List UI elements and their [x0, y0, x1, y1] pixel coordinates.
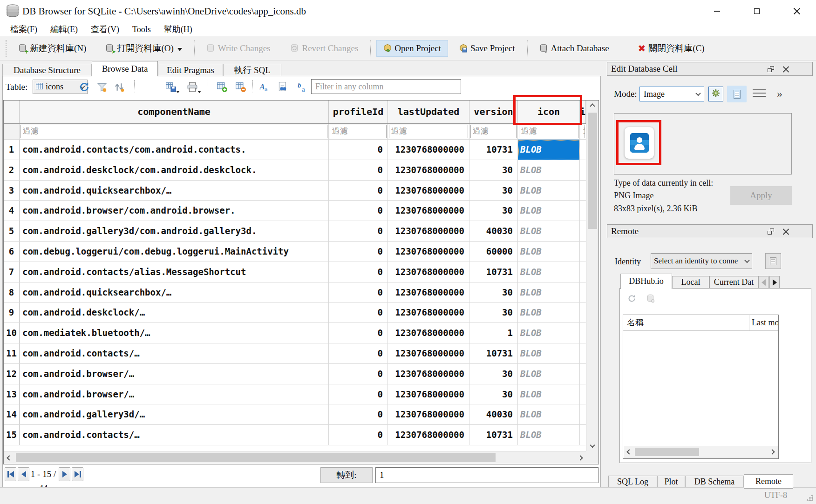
cell-lastUpdated[interactable]: 1230768000000	[388, 181, 469, 201]
filter-icon[interactable]: 過濾	[519, 125, 578, 138]
cell-lastUpdated[interactable]: 1230768000000	[388, 282, 469, 302]
remote-list-header-last-modified[interactable]: Last mo	[749, 315, 778, 330]
close-button[interactable]	[783, 0, 810, 22]
cell-profileId[interactable]: 0	[329, 323, 388, 343]
cell-icon-blob[interactable]: BLOB	[518, 242, 580, 262]
cell-icon-blob[interactable]: BLOB	[518, 343, 580, 363]
cell-profileId[interactable]: 0	[329, 242, 388, 262]
cell-lastUpdated[interactable]: 1230768000000	[388, 242, 469, 262]
scroll-right-icon[interactable]	[767, 446, 778, 457]
remote-tab-current-database[interactable]: Current Dat	[709, 276, 758, 289]
cell-profileId[interactable]: 0	[329, 160, 388, 180]
cell-componentName[interactable]: com.debug.loggerui/com.debug.loggerui.Ma…	[20, 242, 329, 262]
cell-icon-blob[interactable]: BLOB	[518, 181, 580, 201]
cell-version[interactable]: 30	[469, 384, 518, 404]
tab-database-structure[interactable]: Database Structure	[2, 64, 92, 76]
row-number[interactable]: 4	[4, 201, 20, 221]
cell-profileId[interactable]: 0	[329, 201, 388, 221]
row-number[interactable]: 6	[4, 242, 20, 262]
minimize-button[interactable]	[703, 0, 730, 22]
row-number[interactable]: 1	[4, 140, 20, 160]
cell-profileId[interactable]: 0	[329, 262, 388, 282]
cell-version[interactable]: 1	[469, 323, 518, 343]
dock-close-icon[interactable]	[782, 228, 789, 235]
dock-float-icon[interactable]	[768, 228, 774, 235]
cell-lastUpdated[interactable]: 1230768000000	[388, 201, 469, 221]
remote-scrollbar-thumb[interactable]	[635, 448, 699, 456]
save-table-dropdown-icon[interactable]	[176, 91, 180, 95]
open-database-button[interactable]: ➤ 打開資料庫(O)	[99, 40, 188, 57]
cell-icon-blob[interactable]: BLOB	[518, 302, 580, 323]
menu-edit[interactable]: 編輯(E)	[44, 22, 84, 36]
cell-profileId[interactable]: 0	[329, 425, 388, 445]
cell-version[interactable]: 10731	[469, 343, 518, 363]
cell-lastUpdated[interactable]: 1230768000000	[388, 140, 469, 160]
filter-version[interactable]: 過濾	[470, 125, 517, 138]
cell-version[interactable]: 40030	[469, 221, 518, 241]
last-page-button[interactable]	[72, 467, 83, 481]
cell-componentName[interactable]: com.android.browser/…	[20, 384, 329, 404]
cell-profileId[interactable]: 0	[329, 343, 388, 363]
cell-lastUpdated[interactable]: 1230768000000	[388, 221, 469, 241]
resize-grip[interactable]	[807, 495, 813, 501]
scroll-down-icon[interactable]	[587, 440, 598, 451]
bottom-tab-db-schema[interactable]: DB Schema	[685, 476, 744, 488]
print-dropdown-icon[interactable]	[197, 91, 201, 95]
filter-partial[interactable]: 過濾	[581, 125, 585, 138]
cell-icon-blob[interactable]: BLOB	[518, 201, 580, 221]
cell-version[interactable]: 30	[469, 364, 518, 384]
clone-database-icon[interactable]	[647, 294, 654, 305]
bottom-tab-plot[interactable]: Plot	[657, 476, 685, 488]
row-number[interactable]: 9	[4, 302, 20, 323]
insert-record-icon[interactable]	[215, 80, 229, 94]
row-number[interactable]: 15	[4, 425, 20, 445]
cell-version[interactable]: 30	[469, 160, 518, 180]
remote-tab-local[interactable]: Local	[672, 276, 709, 289]
cell-lastUpdated[interactable]: 1230768000000	[388, 262, 469, 282]
open-project-button[interactable]: Open Project	[376, 40, 448, 57]
cell-icon-blob[interactable]: BLOB	[518, 140, 580, 160]
scroll-right-icon[interactable]	[575, 452, 586, 464]
encoding-selector[interactable]: UTF-8	[764, 491, 787, 500]
remote-refresh-icon[interactable]	[627, 294, 636, 305]
row-number[interactable]: 12	[4, 364, 20, 384]
tab-scroll-left-button[interactable]	[758, 276, 768, 289]
save-table-icon[interactable]	[164, 80, 178, 94]
cell-componentName[interactable]: com.android.gallery3d/…	[20, 404, 329, 424]
cell-icon-blob[interactable]: BLOB	[518, 364, 580, 384]
cell-lastUpdated[interactable]: 1230768000000	[388, 323, 469, 343]
cell-componentName[interactable]: com.android.quicksearchbox/…	[20, 282, 329, 302]
first-page-button[interactable]	[5, 467, 16, 481]
cell-version[interactable]: 60000	[469, 242, 518, 262]
menu-help[interactable]: 幫助(H)	[157, 22, 199, 36]
cell-version[interactable]: 30	[469, 181, 518, 201]
cell-componentName[interactable]: com.mediatek.bluetooth/…	[20, 323, 329, 343]
header-componentName[interactable]: componentName	[20, 101, 329, 123]
header-version[interactable]: version	[469, 101, 518, 123]
cell-icon-blob[interactable]: BLOB	[518, 404, 580, 424]
header-icon[interactable]: icon	[518, 101, 580, 123]
apply-button[interactable]: Apply	[730, 186, 792, 205]
cell-profileId[interactable]: 0	[329, 282, 388, 302]
cell-lastUpdated[interactable]: 1230768000000	[388, 302, 469, 323]
cell-profileId[interactable]: 0	[329, 404, 388, 424]
cell-profileId[interactable]: 0	[329, 364, 388, 384]
dock-float-icon[interactable]	[768, 66, 774, 72]
cell-version[interactable]: 30	[469, 201, 518, 221]
import-certificate-button[interactable]	[765, 253, 781, 269]
cell-componentName[interactable]: com.android.contacts/…	[20, 343, 329, 363]
row-number[interactable]: 5	[4, 221, 20, 241]
cell-lastUpdated[interactable]: 1230768000000	[388, 364, 469, 384]
tab-execute-sql[interactable]: 執行 SQL	[223, 64, 281, 76]
row-number[interactable]: 7	[4, 262, 20, 282]
refresh-icon[interactable]	[77, 80, 91, 94]
goto-row-input[interactable]	[375, 467, 598, 483]
cell-lastUpdated[interactable]: 1230768000000	[388, 384, 469, 404]
row-number[interactable]: 3	[4, 181, 20, 201]
more-tools-icon[interactable]: »	[777, 87, 782, 101]
word-wrap-icon[interactable]	[753, 89, 766, 99]
filter-componentName[interactable]: 過濾	[20, 125, 327, 138]
cell-profileId[interactable]: 0	[329, 221, 388, 241]
row-number[interactable]: 8	[4, 282, 20, 302]
header-partial-column[interactable]: ic	[580, 101, 586, 123]
